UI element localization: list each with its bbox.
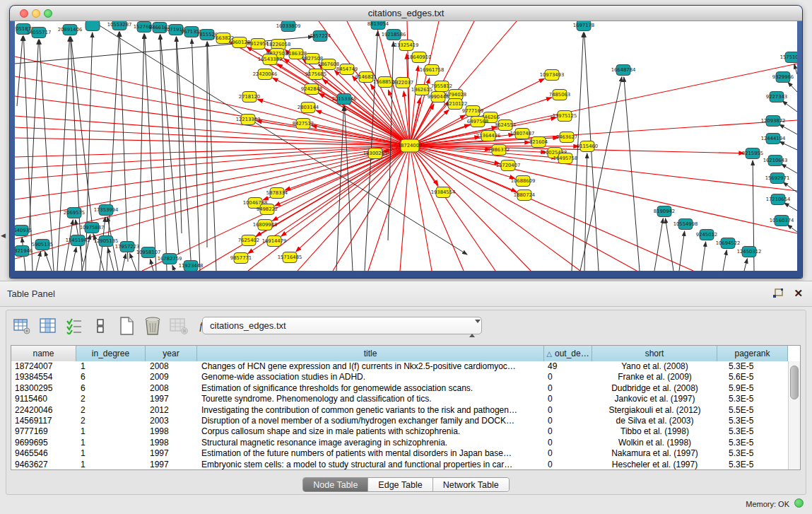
graph-node[interactable]: 20891406 (58, 25, 83, 35)
cell-short[interactable]: Stergiakouli et al. (2012) (592, 405, 717, 416)
graph-node[interactable]: 7955812 (431, 81, 452, 92)
table-row[interactable]: 1872400712008Changes of HCN gene express… (11, 361, 800, 372)
graph-node[interactable]: 10688609 (511, 176, 536, 187)
graph-node[interactable]: 1880724 (514, 190, 535, 201)
graph-node[interactable]: 15692971 (765, 173, 790, 184)
cell-outde[interactable]: 0 (544, 416, 592, 426)
cell-pagerank[interactable]: 5.5E-5 (717, 405, 788, 416)
graph-node[interactable]: 16782759 (158, 254, 182, 264)
cell-name[interactable]: 9463627 (11, 460, 76, 470)
cell-name[interactable]: 22420046 (11, 405, 76, 416)
table-row[interactable]: 977716911998Corpus callosum shape and si… (11, 426, 800, 437)
cell-outde[interactable]: 0 (544, 426, 592, 437)
graph-node[interactable]: 821604 (529, 137, 548, 148)
graph-node[interactable]: 15716485 (278, 252, 302, 263)
graph-node[interactable]: 13975125 (553, 111, 577, 122)
cell-indegree[interactable]: 1 (76, 426, 146, 437)
graph-node[interactable]: 16961758 (420, 65, 445, 76)
memory-status-indicator-icon[interactable] (794, 498, 804, 508)
cell-year[interactable]: 2009 (146, 372, 197, 382)
cell-year[interactable]: 2003 (146, 416, 197, 426)
graph-node[interactable]: 16210122 (443, 99, 468, 110)
table-row[interactable]: 946554611997Estimation of the future num… (11, 448, 800, 459)
table-row[interactable]: 946362711997Embryonic stem cells: a mode… (11, 460, 800, 470)
graph-node[interactable]: 16914479 (262, 236, 287, 247)
vertical-scrollbar[interactable] (788, 361, 800, 469)
cell-short[interactable]: Jankovic et al. (1997) (592, 394, 717, 404)
cell-outde[interactable]: 0 (544, 460, 592, 470)
graph-node[interactable]: 10694522 (716, 238, 741, 249)
graph-node[interactable]: 7485063 (549, 90, 570, 100)
cell-outde[interactable]: 0 (544, 438, 592, 448)
network-view-canvas[interactable]: 2051878140557172089140610553287152760284… (15, 21, 797, 271)
graph-node[interactable]: 17210654 (766, 194, 791, 205)
graph-node[interactable]: 8912954 (247, 39, 269, 49)
cell-indegree[interactable]: 2 (76, 405, 146, 416)
column-header-name[interactable]: name (11, 346, 76, 361)
cell-title[interactable]: Genome-wide association studies in ADHD. (197, 372, 544, 382)
cell-year[interactable]: 2008 (146, 361, 197, 372)
column-header-short[interactable]: short (592, 346, 717, 361)
scrollbar-thumb[interactable] (790, 366, 799, 399)
graph-node[interactable]: 9463627 (556, 132, 577, 143)
new-document-button[interactable] (117, 316, 136, 336)
graph-node[interactable]: 16648784 (611, 65, 636, 76)
collapse-west-panel-arrow-icon[interactable]: ◀ (1, 232, 6, 239)
graph-node[interactable]: 9857771 (230, 253, 252, 264)
cell-title[interactable]: Changes of HCN gene expression and I(f) … (197, 361, 544, 372)
graph-node[interactable]: 16210643 (763, 156, 788, 166)
cell-year[interactable]: 2008 (146, 383, 197, 394)
cell-year[interactable]: 2012 (146, 405, 197, 416)
cell-indegree[interactable]: 2 (76, 416, 146, 426)
column-header-year[interactable]: year (146, 346, 197, 361)
graph-node[interactable]: 9777169 (462, 106, 483, 117)
graph-node[interactable]: 8215955 (742, 148, 763, 159)
cell-short[interactable]: Tibbo et al. (1998) (592, 426, 717, 437)
cell-short[interactable]: de Silva et al. (2003) (592, 416, 717, 426)
cell-name[interactable]: 14569117 (11, 416, 76, 426)
cell-indegree[interactable]: 1 (76, 460, 146, 470)
float-panel-icon[interactable] (772, 288, 784, 299)
cell-short[interactable]: Nakamura et al. (1997) (592, 448, 717, 459)
network-window-titlebar[interactable]: citations_edges.txt (10, 6, 802, 21)
row-height-button[interactable] (90, 316, 110, 336)
graph-node[interactable]: 9227343 (766, 92, 787, 103)
cell-title[interactable]: Structural magnetic resonance image aver… (197, 438, 544, 448)
graph-node[interactable]: 10973493 (540, 70, 565, 81)
graph-node[interactable]: 18724007 (398, 139, 423, 152)
column-header-pagerank[interactable]: pagerank (717, 346, 788, 361)
cell-indegree[interactable]: 6 (76, 383, 146, 394)
graph-node[interactable]: 16033809 (276, 21, 301, 32)
cell-pagerank[interactable]: 5.3E-5 (717, 438, 788, 448)
cell-name[interactable]: 19384554 (11, 372, 76, 382)
graph-node[interactable]: 19218586 (382, 30, 406, 40)
cell-year[interactable]: 1997 (146, 460, 197, 470)
graph-node[interactable]: 2803144 (298, 103, 319, 113)
graph-node[interactable] (86, 21, 100, 31)
graph-node[interactable]: 7857224 (310, 31, 331, 42)
cell-title[interactable]: Disruption of a novel member of a sodium… (197, 416, 544, 426)
cell-title[interactable]: Estimation of significance thresholds fo… (197, 383, 544, 394)
cell-pagerank[interactable]: 5.9E-5 (717, 383, 788, 394)
cell-name[interactable]: 9699695 (11, 438, 76, 448)
cell-short[interactable]: Dudbridge et al. (2008) (592, 383, 717, 394)
tab-edge-table[interactable]: Edge Table (368, 478, 433, 491)
tab-network-table[interactable]: Network Table (433, 478, 509, 491)
graph-node[interactable]: 13325419 (394, 40, 419, 51)
cell-outde[interactable]: 0 (544, 383, 592, 394)
cell-name[interactable]: 9115460 (11, 394, 76, 404)
table-row[interactable]: 1830029562008Estimation of significance … (11, 383, 800, 394)
cell-title[interactable]: Investigating the contribution of common… (197, 405, 544, 416)
graph-node[interactable]: 2069575 (64, 208, 85, 218)
table-row[interactable]: 911546021997Tourette syndrome. Phenomeno… (11, 394, 800, 404)
cell-title[interactable]: Tourette syndrome. Phenomenology and cla… (197, 394, 544, 404)
graph-node[interactable]: 18640910 (407, 52, 432, 63)
graph-node[interactable]: 8190942 (654, 206, 675, 217)
column-header-outde[interactable]: △out_de… (544, 346, 592, 361)
cell-indegree[interactable]: 1 (76, 361, 146, 372)
graph-node[interactable]: 15751074 (780, 52, 797, 63)
graph-node[interactable]: 9245012 (696, 230, 717, 240)
graph-node[interactable]: 15720407 (496, 160, 521, 171)
table-row[interactable]: 1938455462009Genome-wide association stu… (11, 372, 800, 382)
graph-node[interactable]: 16809948 (253, 220, 278, 230)
